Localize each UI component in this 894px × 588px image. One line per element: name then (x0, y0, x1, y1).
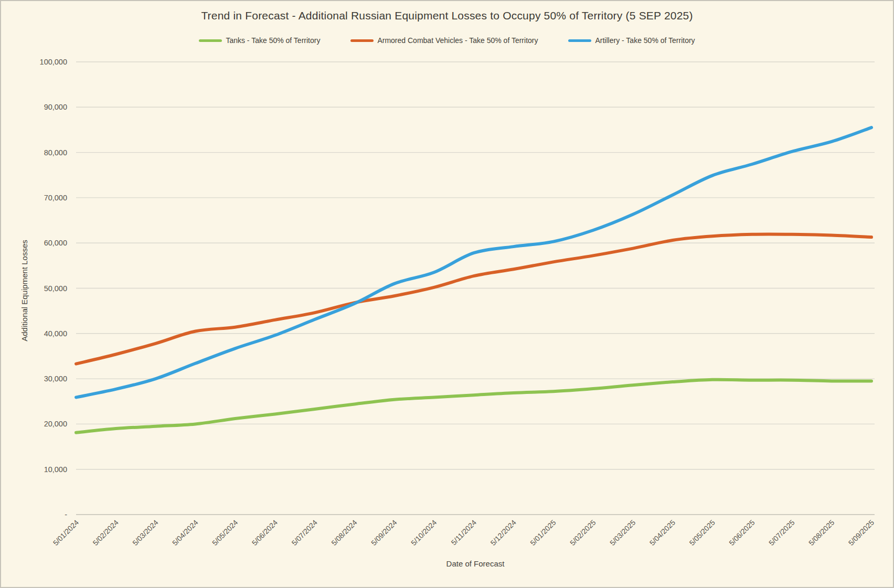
y-tick-label: 70,000 (44, 194, 67, 202)
x-tick-label: 5/01/2025 (528, 518, 558, 548)
x-tick-label: 5/08/2024 (329, 518, 359, 548)
x-tick-label: 5/07/2025 (767, 518, 796, 548)
x-tick-label: 5/06/2024 (250, 518, 280, 548)
x-tick-label: 5/09/2024 (369, 518, 399, 548)
x-tick-label: 5/04/2024 (171, 518, 200, 548)
x-tick-label: 5/09/2025 (847, 518, 876, 548)
x-tick-label: 5/03/2024 (131, 518, 160, 548)
y-tick-label: 30,000 (44, 375, 67, 383)
y-tick-label: - (65, 510, 67, 519)
x-tick-label: 5/03/2025 (608, 518, 637, 548)
x-tick-label: 5/08/2025 (807, 518, 836, 548)
x-tick-label: 5/12/2024 (489, 518, 518, 548)
y-tick-label: 90,000 (44, 103, 67, 111)
x-tick-label: 5/04/2025 (648, 518, 677, 548)
y-tick-label: 60,000 (44, 239, 67, 247)
x-tick-label: 5/05/2025 (688, 518, 717, 548)
x-tick-label: 5/10/2024 (409, 518, 439, 548)
series-line-artillery (76, 127, 871, 397)
x-tick-label: 5/02/2024 (91, 518, 121, 548)
series-line-tanks (76, 380, 871, 433)
x-tick-label: 5/07/2024 (290, 518, 320, 548)
y-tick-label: 10,000 (44, 465, 67, 474)
plot-area: -10,00020,00030,00040,00050,00060,00070,… (1, 1, 894, 588)
x-tick-label: 5/06/2025 (727, 518, 757, 548)
x-tick-label: 5/01/2024 (51, 518, 81, 548)
x-tick-label: 5/02/2025 (568, 518, 598, 548)
y-tick-label: 50,000 (44, 284, 67, 293)
x-tick-label: 5/05/2024 (210, 518, 240, 548)
chart-frame: Trend in Forecast - Additional Russian E… (0, 0, 894, 588)
x-axis-title: Date of Forecast (446, 559, 505, 568)
x-tick-label: 5/11/2024 (449, 518, 478, 547)
y-tick-label: 80,000 (44, 148, 67, 157)
y-tick-label: 40,000 (44, 329, 67, 338)
y-tick-label: 20,000 (44, 420, 67, 428)
y-axis-title: Additional Equipment Losses (20, 240, 29, 341)
y-tick-label: 100,000 (40, 58, 67, 66)
